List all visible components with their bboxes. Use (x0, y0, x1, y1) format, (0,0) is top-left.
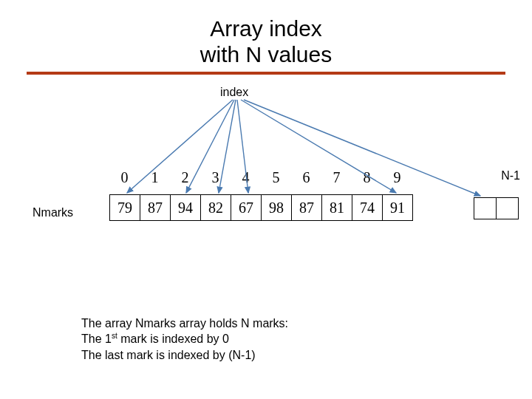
caption-line-1: The array Nmarks array holds N marks: (81, 316, 288, 332)
array-cell: 87 (291, 194, 321, 221)
index-cell: 9 (382, 169, 412, 186)
caption-line-2: The 1st mark is indexed by 0 (81, 331, 288, 347)
empty-cell (474, 197, 496, 219)
array-cell: 67 (231, 194, 261, 221)
caption-sup: st (112, 332, 117, 340)
index-cell: 5 (261, 169, 291, 186)
index-cell: 7 (321, 169, 352, 186)
array-cell: 87 (140, 194, 170, 221)
array-cells: 79 87 94 82 67 98 87 81 74 91 (109, 194, 413, 221)
title-underline (27, 72, 505, 75)
array-cell: 82 (200, 194, 231, 221)
index-cell: 6 (291, 169, 321, 186)
title-line-2: with N values (200, 42, 332, 66)
index-cell: 3 (200, 169, 231, 186)
array-cell: 79 (109, 194, 140, 221)
caption-line-3: The last mark is indexed by (N-1) (81, 347, 288, 364)
index-cell: 8 (352, 169, 382, 186)
index-cell: 4 (231, 169, 261, 186)
nmarks-label: Nmarks (33, 206, 73, 219)
array-cell: 74 (352, 194, 382, 221)
array-cell: 91 (382, 194, 412, 221)
index-cell: 2 (170, 169, 200, 186)
n-minus-1-label: N-1 (501, 169, 520, 183)
index-cell: 1 (140, 169, 170, 186)
caption-text: mark is indexed by 0 (117, 333, 229, 346)
extra-cells (474, 197, 519, 219)
index-row: 0 1 2 3 4 5 6 7 8 9 (109, 169, 412, 186)
array-cell: 94 (170, 194, 200, 221)
index-label: index (220, 86, 248, 99)
caption-text: The 1 (81, 333, 112, 346)
array-cell: 81 (321, 194, 352, 221)
slide-title: Array index with N values (0, 0, 532, 72)
empty-cell (496, 197, 518, 219)
title-line-1: Array index (210, 16, 322, 41)
array-cell: 98 (261, 194, 291, 221)
caption-block: The array Nmarks array holds N marks: Th… (81, 316, 288, 364)
index-cell: 0 (109, 169, 140, 186)
array-diagram: index N-1 Nmarks 0 1 2 3 4 5 6 7 8 9 79 … (0, 82, 532, 274)
